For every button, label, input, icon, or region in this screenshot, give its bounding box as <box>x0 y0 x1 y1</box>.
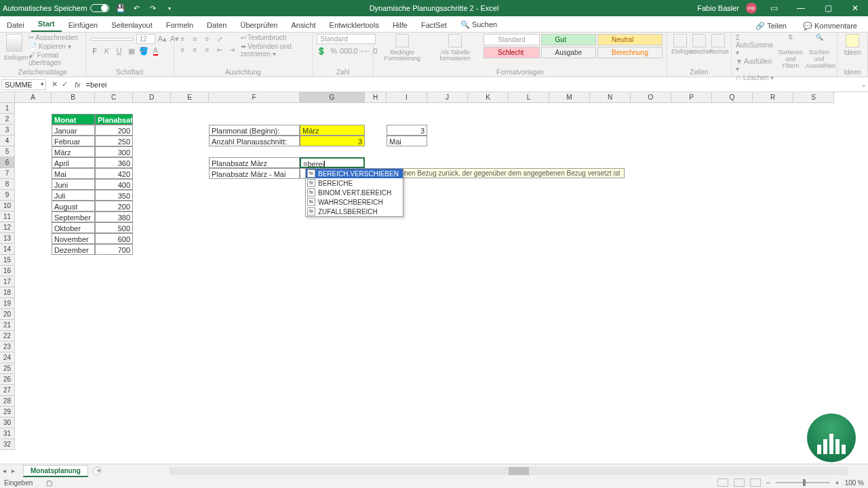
row-header-4[interactable]: 4 <box>0 136 15 146</box>
align-right-icon[interactable]: ≡ <box>203 45 212 54</box>
select-all-button[interactable] <box>0 92 15 103</box>
col-header-F[interactable]: F <box>209 92 300 103</box>
cell-B7[interactable]: Mai <box>52 168 95 179</box>
cell-C13[interactable]: 600 <box>95 233 133 244</box>
intelli-item[interactable]: fxZUFALLSBEREICH <box>306 207 403 216</box>
cell-I3[interactable]: 3 <box>387 125 427 136</box>
col-header-S[interactable]: S <box>793 92 834 103</box>
fill-color-icon[interactable]: 🪣 <box>139 46 149 56</box>
row-header-14[interactable]: 14 <box>0 244 15 255</box>
cell-F4[interactable]: Anzahl Planausschnitt: <box>209 136 300 146</box>
sort-filter-button[interactable]: ⇅ Sortieren und Filtern <box>778 34 803 69</box>
col-header-G[interactable]: G <box>300 92 365 103</box>
cut-button[interactable]: ✂ Ausschneiden <box>28 34 81 41</box>
cell-G4[interactable]: 3 <box>300 136 365 146</box>
row-header-25[interactable]: 25 <box>0 363 15 374</box>
row-header-23[interactable]: 23 <box>0 342 15 352</box>
border-icon[interactable]: ▦ <box>127 46 136 56</box>
style-berech[interactable]: Berechnung <box>597 47 663 58</box>
align-bottom-icon[interactable]: ≡ <box>203 34 212 43</box>
align-center-icon[interactable]: ≡ <box>191 45 200 54</box>
col-header-D[interactable]: D <box>133 92 171 103</box>
row-headers[interactable]: 1234567891011121314151617181920212223242… <box>0 103 15 450</box>
cell-C12[interactable]: 500 <box>95 222 133 233</box>
style-gut[interactable]: Gut <box>541 34 596 45</box>
row-header-30[interactable]: 30 <box>0 418 15 428</box>
align-left-icon[interactable]: ≡ <box>178 45 188 54</box>
formula-input[interactable]: =berei <box>83 80 859 89</box>
row-header-32[interactable]: 32 <box>0 439 15 450</box>
tell-me-search[interactable]: 🔍 Suchen <box>454 18 504 32</box>
view-page-break-icon[interactable] <box>750 479 761 487</box>
currency-icon[interactable]: 💲 <box>317 46 326 56</box>
cell-C8[interactable]: 400 <box>95 179 133 190</box>
cell-C9[interactable]: 350 <box>95 190 133 201</box>
col-header-J[interactable]: J <box>427 92 468 103</box>
row-header-5[interactable]: 5 <box>0 146 15 157</box>
col-header-K[interactable]: K <box>468 92 509 103</box>
tab-start[interactable]: Start <box>31 17 62 32</box>
style-neutral[interactable]: Neutral <box>597 34 663 45</box>
cell-C4[interactable]: 250 <box>95 136 133 146</box>
minimize-icon[interactable]: — <box>791 3 811 13</box>
italic-icon[interactable]: K <box>102 46 112 56</box>
cell-C2[interactable]: Planabsatz <box>95 114 133 125</box>
row-header-24[interactable]: 24 <box>0 352 15 363</box>
formula-autocomplete-popup[interactable]: fxBEREICH.VERSCHIEBENfxBEREICHEfxBINOM.V… <box>305 168 403 217</box>
format-painter-button[interactable]: 🖌 Format übertragen <box>28 52 81 66</box>
qat-dropdown-icon[interactable]: ▾ <box>165 3 174 13</box>
close-icon[interactable]: ✕ <box>845 3 865 13</box>
view-normal-icon[interactable] <box>717 479 728 487</box>
tab-entwicklertools[interactable]: Entwicklertools <box>323 18 386 32</box>
row-header-19[interactable]: 19 <box>0 298 15 309</box>
row-header-3[interactable]: 3 <box>0 125 15 136</box>
comma-icon[interactable]: 000 <box>341 46 351 56</box>
row-header-9[interactable]: 9 <box>0 190 15 201</box>
tab-datei[interactable]: Datei <box>0 18 31 32</box>
delete-cells-button[interactable]: Löschen <box>690 34 708 55</box>
intelli-item[interactable]: fxBEREICHE <box>306 178 403 188</box>
cell-F3[interactable]: Planmonat (Beginn): <box>209 125 300 136</box>
fx-icon[interactable]: fx <box>72 81 83 89</box>
col-header-P[interactable]: P <box>671 92 712 103</box>
cell-B8[interactable]: Juni <box>52 179 95 190</box>
add-sheet-button[interactable]: + <box>92 466 102 476</box>
increase-decimal-icon[interactable]: .0→ <box>353 46 363 56</box>
find-select-button[interactable]: 🔍 Suchen und Auswählen <box>806 34 833 69</box>
indent-dec-icon[interactable]: ⇤ <box>215 45 224 54</box>
col-header-C[interactable]: C <box>95 92 133 103</box>
col-header-O[interactable]: O <box>631 92 671 103</box>
zoom-out-icon[interactable]: − <box>766 479 770 487</box>
user-avatar-icon[interactable]: FB <box>746 3 757 14</box>
ribbon-display-icon[interactable]: ▭ <box>764 3 784 13</box>
row-header-11[interactable]: 11 <box>0 211 15 222</box>
macro-record-icon[interactable]: ▢ <box>46 479 52 487</box>
row-header-7[interactable]: 7 <box>0 168 15 179</box>
wrap-text-button[interactable]: ↩ Textumbruch <box>241 34 309 41</box>
save-icon[interactable]: 💾 <box>116 3 125 13</box>
zoom-slider[interactable] <box>776 482 830 483</box>
align-top-icon[interactable]: ≡ <box>178 34 188 43</box>
view-page-layout-icon[interactable] <box>734 479 745 487</box>
share-button[interactable]: 🔗 Teilen <box>749 20 793 32</box>
intelli-item[interactable]: fxBEREICH.VERSCHIEBEN <box>306 169 403 178</box>
undo-icon[interactable]: ↶ <box>132 3 142 13</box>
sheet-tab-active[interactable]: Monatsplanung <box>23 465 88 477</box>
cell-B5[interactable]: März <box>52 146 95 157</box>
cell-B12[interactable]: Oktober <box>52 222 95 233</box>
merge-center-button[interactable]: ⬌ Verbinden und zentrieren ▾ <box>241 43 309 58</box>
increase-font-icon[interactable]: A▴ <box>158 35 167 44</box>
cancel-formula-icon[interactable]: ✕ <box>52 80 58 89</box>
horizontal-scrollbar[interactable] <box>170 467 848 475</box>
font-size-select[interactable]: 12 <box>136 34 155 44</box>
row-header-18[interactable]: 18 <box>0 287 15 298</box>
spreadsheet-grid[interactable]: ABCDEFGHIJKLMNOPQRS 12345678910111213141… <box>0 92 868 449</box>
tab-überprüfen[interactable]: Überprüfen <box>233 18 284 32</box>
row-header-6[interactable]: 6 <box>0 157 15 168</box>
insert-cells-button[interactable]: Einfügen <box>671 34 689 55</box>
cell-B14[interactable]: Dezember <box>52 244 95 255</box>
percent-icon[interactable]: % <box>329 46 338 56</box>
tab-seitenlayout[interactable]: Seitenlayout <box>104 18 159 32</box>
orientation-icon[interactable]: ⤢ <box>215 34 224 43</box>
intelli-item[interactable]: fxBINOM.VERT.BEREICH <box>306 188 403 197</box>
